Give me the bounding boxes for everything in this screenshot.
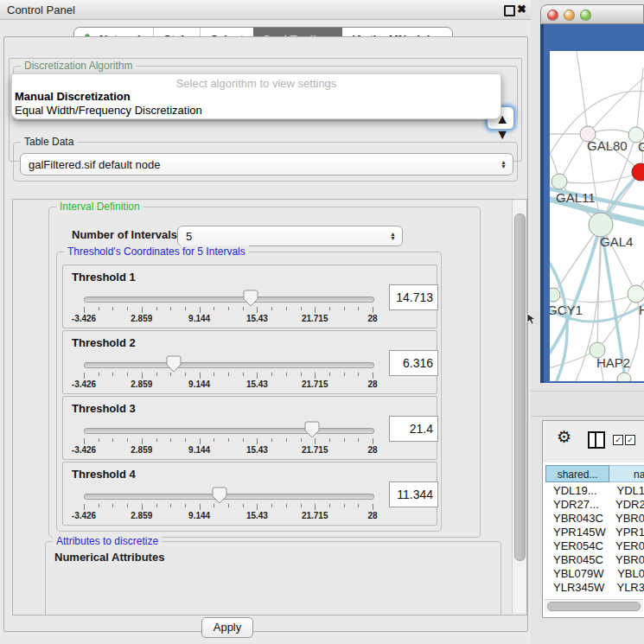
column-header-name[interactable]: na xyxy=(609,465,644,482)
tick-label: 9.144 xyxy=(188,314,210,323)
network-edge[interactable] xyxy=(588,70,644,134)
gear-icon[interactable]: ⚙ xyxy=(557,427,571,447)
slider-track[interactable] xyxy=(84,362,374,368)
tick-mark xyxy=(112,373,113,376)
table-row[interactable]: YER054CYER0 xyxy=(545,539,644,553)
network-view-window: GAL80GACGAL11GAL4GCY1HHAP2 xyxy=(540,4,644,383)
slider-thumb-icon[interactable] xyxy=(243,290,258,307)
cell-shared-name[interactable]: YPR145W xyxy=(545,526,615,539)
threshold-value-box[interactable]: 14.713 xyxy=(389,284,438,310)
tick-mark xyxy=(185,504,186,507)
threshold-slider[interactable]: -3.4262.8599.14415.4321.71528 xyxy=(84,487,373,521)
numerical-attributes-label: Numerical Attributes xyxy=(54,551,164,564)
slider-track[interactable] xyxy=(84,428,374,434)
cell-shared-name[interactable]: YDL19... xyxy=(545,484,616,498)
slider-track[interactable] xyxy=(84,494,374,500)
tick-mark xyxy=(358,307,359,310)
network-edge[interactable] xyxy=(576,51,588,134)
threshold-panel: Threshold 3 -3.4262.8599.14415.4321.7152… xyxy=(62,396,437,460)
cell-name[interactable]: YBR0 xyxy=(615,553,644,567)
minimize-traffic-light-icon[interactable] xyxy=(564,10,575,21)
network-edge[interactable] xyxy=(559,172,641,183)
slider-thumb-icon[interactable] xyxy=(166,355,182,373)
checkbox-icon[interactable]: ✓ xyxy=(625,435,635,445)
table-row[interactable]: YDR27...YDR2 xyxy=(545,498,644,512)
tick-mark xyxy=(99,373,99,376)
settings-vertical-scrollbar[interactable] xyxy=(512,200,526,613)
tick-mark xyxy=(257,373,258,379)
zoom-traffic-light-icon[interactable] xyxy=(580,10,591,21)
network-node[interactable] xyxy=(550,288,560,302)
table-row[interactable]: YPR145WYPR1 xyxy=(545,526,644,539)
scrollbar-thumb[interactable] xyxy=(547,602,641,611)
column-split-icon[interactable] xyxy=(588,431,605,449)
popup-option[interactable]: Manual Discretization xyxy=(15,90,131,103)
tick-mark xyxy=(271,307,272,310)
thresholds-fieldset: Threshold's Coordinates for 5 Intervals … xyxy=(56,252,442,532)
table-row[interactable]: YBR043CYBR0 xyxy=(545,512,644,526)
threshold-value-box[interactable]: 21.4 xyxy=(389,416,438,442)
close-icon[interactable]: ✖ xyxy=(517,3,526,16)
cell-shared-name[interactable]: YLR345W xyxy=(545,581,616,595)
network-edge[interactable] xyxy=(559,134,588,182)
cell-shared-name[interactable]: YER054C xyxy=(545,539,615,553)
threshold-value-box[interactable]: 11.344 xyxy=(389,481,438,507)
threshold-slider[interactable]: -3.4262.8599.14415.4321.71528 xyxy=(84,355,373,390)
cell-name[interactable]: YLR3 xyxy=(616,581,644,595)
checkbox-icon[interactable]: ✓ xyxy=(613,435,623,445)
cell-shared-name[interactable]: YIL052C xyxy=(545,595,618,596)
cell-shared-name[interactable]: YBR043C xyxy=(545,512,615,526)
tick-mark xyxy=(315,373,316,379)
tick-label: 15.43 xyxy=(246,511,268,520)
cell-name[interactable]: YBL0 xyxy=(617,567,644,581)
popup-option[interactable]: Equal Width/Frequency Discretization xyxy=(15,104,202,117)
cell-name[interactable]: YDL1 xyxy=(616,484,644,498)
network-canvas[interactable]: GAL80GACGAL11GAL4GCY1HHAP2 xyxy=(550,51,644,381)
table-horizontal-scrollbar[interactable] xyxy=(545,599,643,612)
cell-shared-name[interactable]: YBR045C xyxy=(545,553,615,567)
tick-mark xyxy=(286,373,287,376)
threshold-value-box[interactable]: 6.316 xyxy=(389,350,438,376)
float-window-icon[interactable] xyxy=(504,5,515,16)
threshold-label: Threshold 1 xyxy=(72,271,136,284)
cell-name[interactable]: YBR0 xyxy=(615,512,644,526)
cell-shared-name[interactable]: YBL079W xyxy=(545,567,617,581)
table-row[interactable]: YLR345WYLR3 xyxy=(545,581,644,595)
tick-mark xyxy=(286,438,287,442)
cell-name[interactable]: YER0 xyxy=(615,539,644,553)
number-of-intervals-combobox[interactable]: 5 ▲▼ xyxy=(177,226,403,246)
threshold-slider[interactable]: -3.4262.8599.14415.4321.71528 xyxy=(84,421,373,456)
cell-name[interactable]: YDR2 xyxy=(615,498,644,512)
tick-label: -3.426 xyxy=(72,511,96,520)
apply-button[interactable]: Apply xyxy=(201,617,253,638)
scrollbar-thumb[interactable] xyxy=(514,214,526,561)
column-header-shared-name[interactable]: shared... xyxy=(545,465,609,482)
network-edge-highlighted[interactable] xyxy=(550,257,567,381)
table-data-combobox[interactable]: galFiltered.sif default node ▲▼ xyxy=(20,153,513,175)
slider-thumb-icon[interactable] xyxy=(304,421,320,438)
cell-name[interactable]: YIL0 xyxy=(618,595,644,596)
tick-mark xyxy=(214,438,214,442)
network-edge[interactable] xyxy=(636,68,643,135)
table-row[interactable]: YBR045CYBR0 xyxy=(545,553,644,567)
table-row[interactable]: YDL19...YDL1 xyxy=(545,484,644,498)
network-node[interactable] xyxy=(628,285,644,303)
tick-mark xyxy=(99,307,99,310)
threshold-slider[interactable]: -3.4262.8599.14415.4321.71528 xyxy=(84,290,373,324)
tick-label: 28 xyxy=(367,314,377,323)
slider-thumb-icon[interactable] xyxy=(212,487,227,504)
network-node[interactable] xyxy=(617,373,631,381)
node-label: GA xyxy=(638,139,644,154)
network-node[interactable] xyxy=(552,174,567,189)
node-label: GAL11 xyxy=(556,190,596,205)
network-edge[interactable] xyxy=(553,225,601,295)
node-label: GCY1 xyxy=(550,303,583,317)
tick-mark xyxy=(84,373,85,379)
table-row[interactable]: YBL079WYBL0 xyxy=(545,567,644,581)
cell-shared-name[interactable]: YDR27... xyxy=(545,498,615,512)
close-traffic-light-icon[interactable] xyxy=(547,10,558,21)
cell-name[interactable]: YPR1 xyxy=(615,526,644,539)
slider-track[interactable] xyxy=(84,296,374,303)
network-node[interactable] xyxy=(589,213,613,237)
table-row[interactable]: YIL052CYIL0 xyxy=(545,595,644,596)
